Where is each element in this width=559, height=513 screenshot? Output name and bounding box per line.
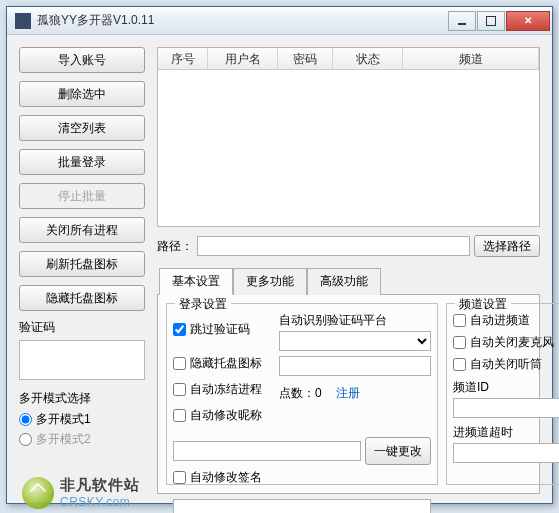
titlebar[interactable]: 孤狼YY多开器V1.0.11 (7, 7, 552, 35)
freeze-proc-input[interactable] (173, 383, 186, 396)
auto-sig-label: 自动修改签名 (190, 469, 262, 486)
mode-group: 多开模式选择 多开模式1 多开模式2 (19, 390, 149, 448)
col-pwd[interactable]: 密码 (278, 48, 333, 69)
captcha-label: 验证码 (19, 319, 149, 336)
hide-tray-checkbox[interactable]: 隐藏托盘图标 (173, 355, 273, 372)
freeze-proc-checkbox[interactable]: 自动冻结进程 (173, 381, 273, 398)
auto-enter-input[interactable] (453, 314, 466, 327)
mode1-label: 多开模式1 (36, 411, 91, 428)
auto-nick-label: 自动修改昵称 (190, 407, 262, 424)
channel-id-label: 频道ID (453, 379, 559, 396)
one-key-change-button[interactable]: 一键更改 (365, 437, 431, 465)
mode2-radio[interactable]: 多开模式2 (19, 431, 149, 448)
watermark: 非凡软件站 CRSKY.com (22, 476, 140, 509)
skip-captcha-input[interactable] (173, 323, 186, 336)
channel-id-input[interactable] (453, 398, 559, 418)
mode1-radio[interactable]: 多开模式1 (19, 411, 149, 428)
col-index[interactable]: 序号 (158, 48, 208, 69)
channel-settings-group: 频道设置 自动进频道 自动关闭麦克风 自动关闭听筒 频道ID (446, 303, 559, 485)
tab-more[interactable]: 更多功能 (233, 268, 307, 295)
watermark-cn: 非凡软件站 (60, 476, 140, 495)
table-body[interactable] (158, 70, 539, 226)
watermark-en: CRSKY.com (60, 495, 140, 509)
captcha-platform: 自动识别验证码平台 (279, 312, 431, 351)
main-panel: 序号 用户名 密码 状态 频道 路径： 选择路径 基本设置 更多功能 高级功能 (157, 47, 540, 494)
refresh-tray-button[interactable]: 刷新托盘图标 (19, 251, 145, 277)
login-settings-group: 登录设置 跳过验证码 自动识别验证码平台 隐藏托盘图标 (166, 303, 438, 485)
auto-nick-checkbox[interactable]: 自动修改昵称 (173, 407, 273, 424)
import-accounts-button[interactable]: 导入账号 (19, 47, 145, 73)
tab-advanced[interactable]: 高级功能 (307, 268, 381, 295)
col-user[interactable]: 用户名 (208, 48, 278, 69)
window-title: 孤狼YY多开器V1.0.11 (37, 12, 447, 29)
path-input[interactable] (197, 236, 470, 256)
auto-nick-input[interactable] (173, 409, 186, 422)
auto-sig-input[interactable] (173, 471, 186, 484)
auto-enter-channel-checkbox[interactable]: 自动进频道 (453, 312, 559, 329)
skip-captcha-checkbox[interactable]: 跳过验证码 (173, 321, 273, 338)
maximize-button[interactable] (477, 11, 505, 31)
login-legend: 登录设置 (175, 296, 231, 313)
mode-title: 多开模式选择 (19, 390, 149, 407)
hide-tray-input[interactable] (173, 357, 186, 370)
watermark-icon (22, 477, 54, 509)
platform-select[interactable] (279, 331, 431, 351)
tab-basic[interactable]: 基本设置 (159, 268, 233, 295)
channel-timeout-input-1[interactable] (453, 443, 559, 463)
delete-selected-button[interactable]: 删除选中 (19, 81, 145, 107)
mode2-label: 多开模式2 (36, 431, 91, 448)
mode1-radio-input[interactable] (19, 413, 32, 426)
minimize-button[interactable] (448, 11, 476, 31)
hide-tray-button[interactable]: 隐藏托盘图标 (19, 285, 145, 311)
col-state[interactable]: 状态 (333, 48, 403, 69)
channel-legend: 频道设置 (455, 296, 511, 313)
tab-pane-basic: 登录设置 跳过验证码 自动识别验证码平台 隐藏托盘图标 (157, 294, 540, 494)
auto-close-mic-checkbox[interactable]: 自动关闭麦克风 (453, 334, 559, 351)
close-all-processes-button[interactable]: 关闭所有进程 (19, 217, 145, 243)
skip-captcha-label: 跳过验证码 (190, 321, 250, 338)
auto-close-speaker-checkbox[interactable]: 自动关闭听筒 (453, 356, 559, 373)
batch-login-button[interactable]: 批量登录 (19, 149, 145, 175)
auto-close-mic-input[interactable] (453, 336, 466, 349)
freeze-proc-label: 自动冻结进程 (190, 381, 262, 398)
choose-path-button[interactable]: 选择路径 (474, 235, 540, 257)
app-icon (15, 13, 31, 29)
points-label: 点数：0 (279, 385, 322, 402)
table-header: 序号 用户名 密码 状态 频道 (158, 48, 539, 70)
auto-close-speaker-label: 自动关闭听筒 (470, 356, 542, 373)
accounts-table[interactable]: 序号 用户名 密码 状态 频道 (157, 47, 540, 227)
platform-label: 自动识别验证码平台 (279, 312, 431, 329)
sidebar: 导入账号 删除选中 清空列表 批量登录 停止批量 关闭所有进程 刷新托盘图标 隐… (19, 47, 149, 451)
register-link[interactable]: 注册 (336, 385, 360, 402)
auto-sig-checkbox[interactable]: 自动修改签名 (173, 469, 431, 486)
signature-input[interactable] (173, 499, 431, 513)
nickname-input[interactable] (173, 441, 361, 461)
hide-tray-label: 隐藏托盘图标 (190, 355, 262, 372)
auto-close-speaker-input[interactable] (453, 358, 466, 371)
auto-close-mic-label: 自动关闭麦克风 (470, 334, 554, 351)
path-label: 路径： (157, 238, 193, 255)
path-row: 路径： 选择路径 (157, 235, 540, 257)
mode2-radio-input[interactable] (19, 433, 32, 446)
channel-timeout-label: 进频道超时 (453, 424, 559, 441)
auto-enter-label: 自动进频道 (470, 312, 530, 329)
tab-strip: 基本设置 更多功能 高级功能 (157, 267, 540, 294)
stop-batch-button: 停止批量 (19, 183, 145, 209)
col-channel[interactable]: 频道 (403, 48, 539, 69)
app-window: 孤狼YY多开器V1.0.11 导入账号 删除选中 清空列表 批量登录 停止批量 … (6, 6, 553, 504)
clear-list-button[interactable]: 清空列表 (19, 115, 145, 141)
points-row: 点数：0 注册 (279, 385, 431, 402)
captcha-image[interactable] (19, 340, 145, 380)
platform-extra-input[interactable] (279, 356, 431, 376)
close-button[interactable] (506, 11, 550, 31)
